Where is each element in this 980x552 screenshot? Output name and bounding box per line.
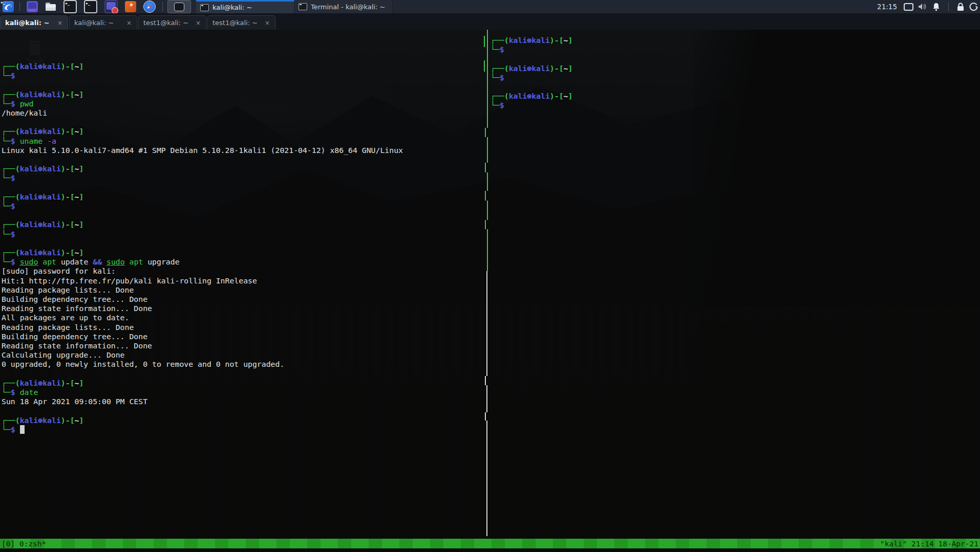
terminal-text: └─: [2, 202, 11, 210]
terminal-line: [sudo] password for kali:: [2, 267, 116, 276]
terminal-text: $: [11, 99, 15, 108]
terminal-text: /home/kali: [2, 108, 47, 117]
terminal-text: ]: [79, 416, 83, 425]
terminal-text: ]: [79, 220, 83, 229]
terminal-tab[interactable]: kali@kali: ~×: [69, 15, 137, 30]
display-icon[interactable]: [904, 3, 913, 11]
terminal-icon: [174, 3, 184, 11]
terminal-line: ┌──(kali⊛kali)-[~]: [2, 164, 83, 173]
terminal-window[interactable]: ┌──(kali⊛kali)-[~]└─$┌──(kali⊛kali)-[~]└…: [0, 30, 980, 552]
screen-record-icon[interactable]: [104, 0, 118, 13]
terminal-text: $: [11, 388, 15, 396]
terminal-text: [15, 425, 20, 434]
terminal-text: Building dependency tree... Done: [2, 332, 147, 341]
terminal-text: ┌──(: [2, 164, 20, 173]
top-panel: kali@kali: ~Terminal - kali@kali: ~ 21:1…: [0, 0, 980, 13]
terminal-tab[interactable]: test1@kali: ~×: [138, 15, 206, 30]
pane-border-segment: [485, 376, 486, 385]
lock-icon[interactable]: [956, 3, 965, 11]
terminal-text: ]: [568, 36, 572, 45]
terminal-text: $: [11, 257, 15, 266]
volume-icon[interactable]: [918, 3, 927, 11]
terminal-text: [15, 257, 20, 266]
panel-clock[interactable]: 21:15: [877, 3, 897, 11]
terminal-text: upgrade: [143, 257, 179, 266]
terminal-icon[interactable]: [84, 0, 97, 13]
tmux-status-left: [0] 0:zsh*: [2, 540, 46, 548]
tab-close-icon[interactable]: ×: [264, 19, 270, 27]
terminal-text: kali⊛kali: [20, 127, 61, 136]
terminal-text: └─: [2, 388, 11, 396]
terminal-text: Hit:1 http://ftp.free.fr/pub/kali kali-r…: [2, 276, 257, 285]
terminal-text: apt: [130, 257, 143, 266]
desktop: Trash Home File System: [0, 0, 980, 552]
window-list: kali@kali: ~Terminal - kali@kali: ~: [196, 0, 393, 13]
terminal-text: )-[: [61, 379, 75, 387]
pane-border-segment: [485, 220, 486, 229]
terminal-line: └─$: [2, 230, 15, 239]
tab-close-icon[interactable]: ×: [57, 19, 63, 27]
terminal-text: Linux kali 5.10.0-kali7-amd64 #1 SMP Deb…: [2, 146, 403, 154]
tab-close-icon[interactable]: ×: [195, 19, 201, 27]
terminal-line: Building dependency tree... Done: [2, 295, 147, 304]
terminal-line: All packages are up to date.: [2, 313, 129, 322]
terminal-icon: [299, 3, 307, 10]
terminal-text: Sun 18 Apr 2021 09:05:00 PM CEST: [2, 397, 147, 406]
tab-close-icon[interactable]: ×: [126, 19, 132, 27]
terminal-line: ┌──(kali⊛kali)-[~]: [2, 379, 83, 388]
terminal-tab[interactable]: kali@kali: ~×: [0, 15, 68, 30]
terminal-text: ]: [79, 127, 83, 136]
terminal-text: $: [11, 230, 15, 238]
terminal-line: Reading package lists... Done: [2, 323, 134, 332]
terminal-text: [125, 257, 130, 266]
terminal-text: ┌──(: [2, 62, 20, 71]
terminal-tab[interactable]: test1@kali: ~×: [207, 15, 275, 30]
terminal-text: uname: [20, 137, 43, 145]
terminal-line: Reading package lists... Done: [2, 285, 134, 295]
taskbar-window-button[interactable]: kali@kali: ~: [196, 0, 294, 13]
terminal-text: [15, 388, 20, 396]
terminal-text: kali⊛kali: [509, 36, 550, 45]
terminal-text: kali⊛kali: [20, 164, 61, 173]
terminal-text: )-[: [550, 92, 564, 100]
notifications-bell-icon[interactable]: [932, 3, 941, 11]
file-manager-icon[interactable]: [45, 1, 56, 12]
terminal-icon: [200, 4, 209, 11]
terminal-line: └─$: [2, 425, 25, 434]
tmux-status-bar: [0] 0:zsh* "kali" 21:14 18-Apr-21: [0, 539, 980, 548]
active-terminal-launcher[interactable]: [167, 0, 191, 13]
firejail-icon[interactable]: [125, 1, 136, 12]
terminal-text: ┌──(: [491, 92, 509, 100]
app-window-icon[interactable]: [27, 1, 38, 12]
pane-border-segment: [486, 421, 487, 536]
terminal-text: ]: [79, 379, 83, 387]
terminal-text: kali⊛kali: [20, 90, 61, 99]
pane-border-segment: [487, 137, 488, 163]
terminal-icon[interactable]: [63, 0, 77, 13]
tray-separator: [948, 2, 949, 11]
terminal-line: ┌──(kali⊛kali)-[~]: [2, 62, 83, 71]
terminal-text: kali⊛kali: [20, 416, 61, 425]
terminal-text: kali⊛kali: [20, 62, 61, 71]
terminal-text: )-[: [61, 248, 75, 257]
pane-border-segment: [485, 191, 486, 201]
tmux-status-right: "kali" 21:14 18-Apr-21: [880, 540, 978, 548]
system-tray: 21:15: [877, 0, 978, 13]
terminal-text: [15, 99, 20, 108]
pane-border-segment: [486, 385, 487, 412]
terminal-line: ┌──(kali⊛kali)-[~]: [2, 90, 83, 99]
terminal-line: 0 upgraded, 0 newly installed, 0 to remo…: [2, 360, 284, 369]
pane-border-segment: [487, 172, 488, 191]
terminal-line: ┌──(kali⊛kali)-[~]: [491, 36, 572, 45]
browser-compass-icon[interactable]: [143, 1, 156, 13]
terminal-text: ┌──(: [2, 416, 20, 425]
terminal-line: └─$ sudo apt update && sudo apt upgrade: [2, 257, 180, 267]
log-out-icon[interactable]: [969, 3, 978, 11]
pane-border-segment: [486, 271, 487, 376]
terminal-text: kali⊛kali: [509, 64, 550, 73]
terminal-line: ┌──(kali⊛kali)-[~]: [2, 192, 83, 202]
taskbar-window-button[interactable]: Terminal - kali@kali: ~: [294, 0, 393, 13]
panel-separator: [162, 2, 163, 11]
pane-border-segment: [485, 412, 486, 421]
terminal-text: ┌──(: [2, 220, 20, 229]
